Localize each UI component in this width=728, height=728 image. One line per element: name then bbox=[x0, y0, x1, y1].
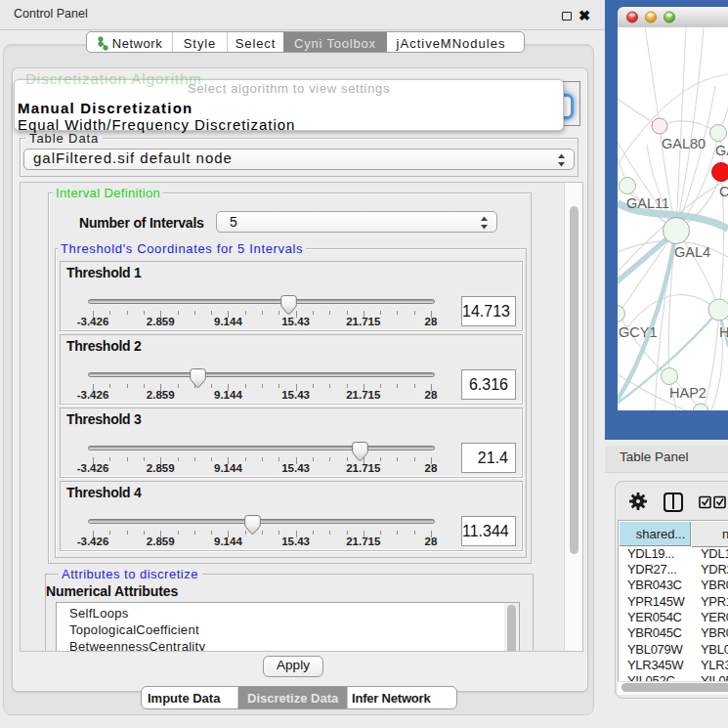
svg-text:C: C bbox=[719, 184, 728, 199]
svg-text:GA: GA bbox=[715, 143, 728, 158]
svg-text:H: H bbox=[719, 324, 728, 340]
svg-text:GAL11: GAL11 bbox=[626, 195, 669, 211]
svg-text:GCY1: GCY1 bbox=[619, 324, 658, 340]
svg-text:HAP2: HAP2 bbox=[669, 385, 707, 401]
svg-text:GAL4: GAL4 bbox=[674, 244, 710, 260]
svg-text:GAL80: GAL80 bbox=[662, 136, 706, 151]
